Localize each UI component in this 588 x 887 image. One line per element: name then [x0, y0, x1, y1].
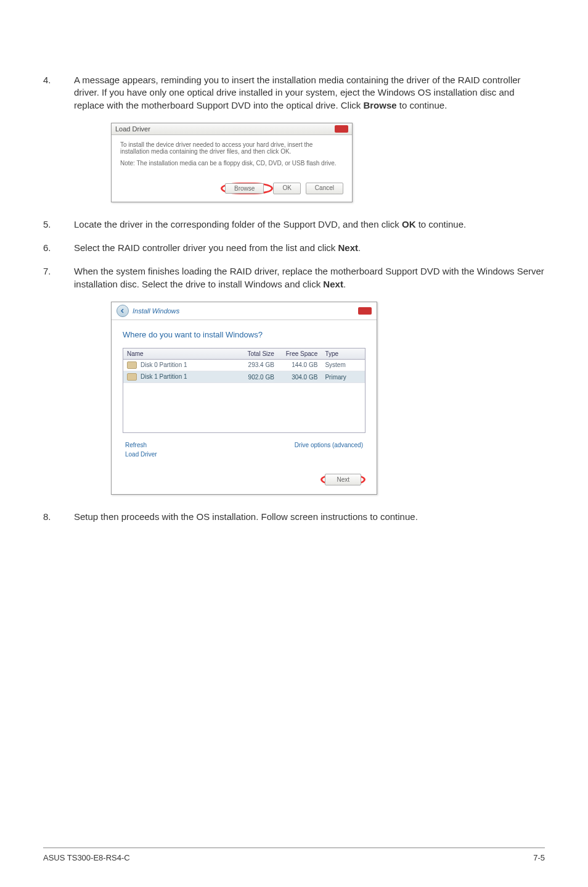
cancel-button[interactable]: Cancel: [306, 183, 343, 194]
footer-page: 7-5: [533, 853, 545, 862]
dialog-note: Note: The installation media can be a fl…: [120, 160, 343, 167]
drive-options-link[interactable]: Drive options (advanced): [295, 442, 363, 448]
step-text: When the system finishes loading the RAI…: [74, 265, 545, 291]
step-number: 6.: [43, 242, 74, 254]
step-number: 8.: [43, 511, 74, 523]
partition-table: Name Total Size Free Space Type Disk 0 P…: [123, 348, 365, 434]
next-button[interactable]: Next: [325, 474, 361, 485]
step-text: Setup then proceeds with the OS installa…: [74, 511, 545, 523]
highlight-ring: Next: [321, 474, 365, 485]
ok-button[interactable]: OK: [273, 183, 300, 194]
step-number: 4.: [43, 74, 74, 112]
load-driver-link[interactable]: Load Driver: [125, 451, 157, 458]
dialog-message: To install the device driver needed to a…: [120, 141, 343, 155]
step-text: A message appears, reminding you to inse…: [74, 74, 545, 112]
footer-product: ASUS TS300-E8-RS4-C: [43, 853, 130, 862]
dialog-title: Install Windows: [133, 307, 179, 315]
close-icon[interactable]: [358, 307, 372, 315]
close-icon[interactable]: [335, 125, 348, 133]
step-text: Select the RAID controller driver you ne…: [74, 242, 545, 254]
disk-icon: [127, 361, 137, 369]
step-text: Locate the driver in the corresponding f…: [74, 218, 545, 231]
load-driver-dialog: Load Driver To install the device driver…: [111, 123, 353, 202]
step-number: 5.: [43, 218, 74, 231]
install-windows-dialog: Install Windows Where do you want to ins…: [111, 302, 377, 495]
col-name[interactable]: Name: [123, 349, 234, 359]
col-total[interactable]: Total Size: [234, 349, 278, 359]
table-row[interactable]: Disk 0 Partition 1 293.4 GB 144.0 GB Sys…: [123, 360, 365, 371]
col-free[interactable]: Free Space: [278, 349, 322, 359]
step-number: 7.: [43, 265, 74, 291]
dialog-title: Load Driver: [115, 125, 150, 133]
table-row[interactable]: Disk 1 Partition 1 902.0 GB 304.0 GB Pri…: [123, 371, 365, 383]
browse-button[interactable]: Browse: [225, 183, 264, 194]
install-question: Where do you want to install Windows?: [123, 330, 365, 339]
disk-icon: [127, 373, 137, 381]
refresh-link[interactable]: Refresh: [125, 442, 157, 448]
back-icon[interactable]: [116, 305, 129, 317]
col-type[interactable]: Type: [321, 349, 365, 359]
highlight-ring: Browse: [221, 183, 273, 194]
